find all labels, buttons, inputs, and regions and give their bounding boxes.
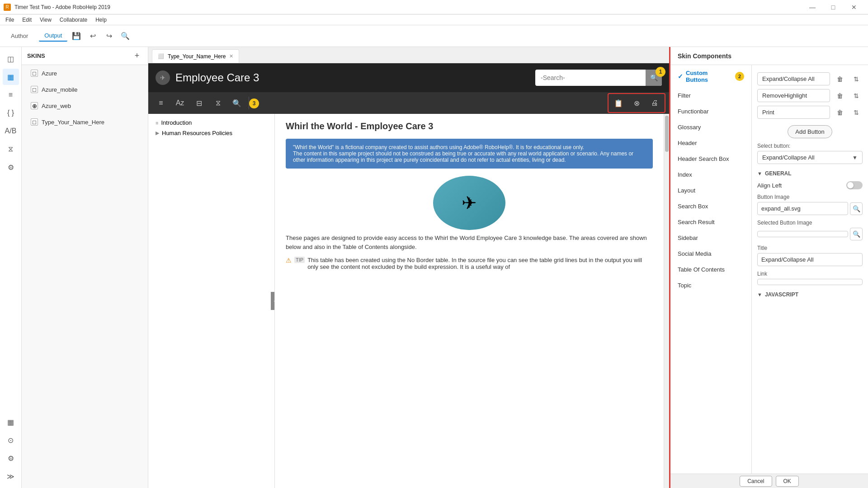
help-action-remove[interactable]: ⊗ <box>628 95 645 111</box>
skin-comp-layout[interactable]: Layout <box>670 183 751 198</box>
sidebar-btn-ab[interactable]: A/B <box>3 123 19 139</box>
help-toolbar-glossary[interactable]: Az <box>171 94 189 112</box>
tab-output[interactable]: Output <box>39 30 67 42</box>
menu-help[interactable]: Help <box>92 16 110 24</box>
sidebar-btn-nav[interactable]: ≡ <box>3 87 19 103</box>
skin-comp-custom-buttons[interactable]: ✓ Custom Buttons 2 <box>670 65 751 88</box>
menu-edit[interactable]: Edit <box>19 16 35 24</box>
sidebar-btn-filter[interactable]: ⧖ <box>3 141 19 157</box>
sidebar-btn-settings[interactable]: ⚙ <box>3 159 19 175</box>
javascript-section-header[interactable]: ▼ JAVASCRIPT <box>757 291 863 298</box>
help-action-copy[interactable]: 📋 <box>610 95 627 111</box>
skin-item-azure[interactable]: □ Azure <box>25 66 144 80</box>
help-toolbar-search[interactable]: 🔍 <box>228 94 246 112</box>
collapse-toc-button[interactable]: « <box>271 292 275 310</box>
selected-button-image-field[interactable] <box>757 231 848 237</box>
content-scrollbar[interactable] <box>664 114 669 488</box>
skin-comp-table-of-contents[interactable]: Table Of Contents <box>670 262 751 277</box>
toc-label-introduction: Introduction <box>161 119 192 126</box>
selected-button-image-label: Selected Button Image <box>757 220 863 226</box>
button-image-field[interactable]: expand_all.svg <box>757 202 848 215</box>
sidebar-btn-expand[interactable]: ≫ <box>3 468 19 484</box>
skin-comp-index[interactable]: Index <box>670 167 751 183</box>
icon-sidebar: ◫ ▦ ≡ { } A/B ⧖ ⚙ ▦ ⊙ ⚙ ≫ <box>0 47 22 488</box>
help-content: Whirl the World - Employee Care 3 "Whirl… <box>275 114 664 488</box>
skin-item-azure-mobile[interactable]: □ Azure_mobile <box>25 82 144 97</box>
app-icon: R <box>4 4 11 11</box>
help-search-box[interactable]: 🔍 <box>535 70 662 86</box>
skin-comp-search-result[interactable]: Search Result <box>670 214 751 230</box>
tab-author[interactable]: Author <box>5 31 33 41</box>
dropdown-arrow-icon: ▼ <box>852 155 858 161</box>
skin-label-type-your-name: Type_Your_Name_Here <box>42 119 104 126</box>
reorder-print-button[interactable]: ⇅ <box>850 106 863 119</box>
toc-item-introduction[interactable]: ≡ Introduction <box>152 117 271 128</box>
toc-item-hr-policies[interactable]: ▶ Human Resources Policies <box>152 128 271 138</box>
sidebar-btn-circle[interactable]: ⊙ <box>3 432 19 448</box>
skin-comp-topic[interactable]: Topic <box>670 277 751 293</box>
help-logo: ✈ <box>156 70 170 85</box>
skin-comp-label-custom-buttons: Custom Buttons <box>686 70 731 83</box>
general-section-chevron[interactable]: ▼ <box>757 171 762 176</box>
title-bar: R Timer Test Two - Adobe RoboHelp 2019 —… <box>0 0 868 14</box>
delete-print-button[interactable]: 🗑 <box>834 106 846 119</box>
help-toolbar-toc[interactable]: ≡ <box>152 94 170 112</box>
skin-comp-label-glossary: Glossary <box>678 124 701 131</box>
scrollbar-thumb[interactable] <box>665 116 669 152</box>
skin-comp-label-table-of-contents: Table Of Contents <box>678 266 725 273</box>
delete-remove-highlight-button[interactable]: 🗑 <box>834 89 846 102</box>
reorder-expand-collapse-button[interactable]: ⇅ <box>850 73 863 85</box>
cancel-button[interactable]: Cancel <box>740 476 772 487</box>
skin-comp-sidebar[interactable]: Sidebar <box>670 230 751 246</box>
skin-item-type-your-name[interactable]: □ Type_Your_Name_Here <box>25 115 144 129</box>
align-left-toggle[interactable] <box>846 181 863 189</box>
doc-tab[interactable]: ⬜ Type_Your_Name_Here ✕ <box>152 49 239 63</box>
skins-title: SKINS <box>27 52 128 59</box>
sidebar-btn-skins[interactable]: ◫ <box>3 51 19 67</box>
add-skin-button[interactable]: + <box>132 51 142 61</box>
menu-file[interactable]: File <box>2 16 18 24</box>
undo-button[interactable]: ↩ <box>85 29 100 43</box>
skin-comp-header[interactable]: Header <box>670 135 751 151</box>
reorder-remove-highlight-button[interactable]: ⇅ <box>850 89 863 102</box>
title-field[interactable]: Expand/Collapse All <box>757 253 863 266</box>
redo-button[interactable]: ↪ <box>102 29 116 43</box>
search-button[interactable]: 🔍 <box>118 29 132 43</box>
button-image-browse[interactable]: 🔍 <box>850 202 863 215</box>
skin-comp-header-search-box[interactable]: Header Search Box <box>670 151 751 167</box>
select-button-dropdown[interactable]: Expand/Collapse All ▼ <box>757 151 863 164</box>
help-toolbar-index[interactable]: ⊟ <box>190 94 208 112</box>
help-toc: ≡ Introduction ▶ Human Resources Policie… <box>148 114 275 488</box>
skin-icon-azure: □ <box>31 70 38 77</box>
link-field[interactable] <box>757 279 863 285</box>
menu-view[interactable]: View <box>36 16 55 24</box>
minimize-button[interactable]: — <box>802 0 823 14</box>
content-tip: ⚠ TIP This table has been created using … <box>286 257 653 270</box>
sidebar-btn-code[interactable]: { } <box>3 105 19 121</box>
help-action-print[interactable]: 🖨 <box>646 95 663 111</box>
maximize-button[interactable]: □ <box>823 0 844 14</box>
sidebar-btn-table[interactable]: ▦ <box>3 414 19 430</box>
close-button[interactable]: ✕ <box>844 0 864 14</box>
menu-collaborate[interactable]: Collaborate <box>56 16 91 24</box>
skin-comp-social-media[interactable]: Social Media <box>670 246 751 262</box>
help-toolbar-filter[interactable]: ⧖ <box>209 94 227 112</box>
doc-tab-close[interactable]: ✕ <box>229 53 233 59</box>
skin-item-azure-web[interactable]: ⊕ Azure_web <box>25 99 144 113</box>
tab-strip: ⬜ Type_Your_Name_Here ✕ <box>148 47 669 63</box>
sidebar-btn-output[interactable]: ▦ <box>3 69 19 85</box>
sidebar-btn-gear[interactable]: ⚙ <box>3 450 19 466</box>
skin-comp-search-box[interactable]: Search Box <box>670 198 751 214</box>
ok-button[interactable]: OK <box>776 476 799 487</box>
skin-comp-filter[interactable]: Filter <box>670 88 751 103</box>
add-button-btn[interactable]: Add Button <box>788 125 832 138</box>
skin-comp-glossary[interactable]: Glossary <box>670 119 751 135</box>
selected-button-image-browse[interactable]: 🔍 <box>850 228 863 240</box>
save-button[interactable]: 💾 <box>69 29 84 43</box>
skin-comp-functionbar[interactable]: Functionbar <box>670 103 751 119</box>
general-section-label: GENERAL <box>765 170 792 177</box>
select-button-section: Select button: Expand/Collapse All ▼ <box>757 143 863 164</box>
delete-expand-collapse-button[interactable]: 🗑 <box>834 73 846 85</box>
help-search-input[interactable] <box>535 74 646 81</box>
skin-icon-azure-mobile: □ <box>31 86 38 93</box>
